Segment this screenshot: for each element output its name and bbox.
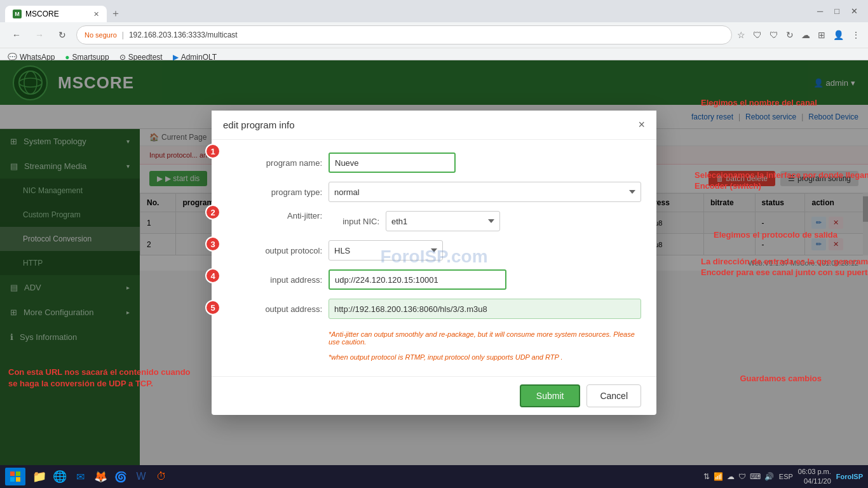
menu-icon[interactable]: ⋮ — [851, 30, 860, 40]
taskbar-app-icons: 📁 🌐 ✉ 🦊 🌀 W ⏱ — [31, 468, 170, 485]
input-nic-select[interactable]: eth1 eth0 — [386, 211, 500, 231]
guardamos-annotation: Guardamos cambios — [740, 374, 822, 383]
taskbar-firefox[interactable]: 🦊 — [92, 468, 109, 485]
taskbar: 📁 🌐 ✉ 🦊 🌀 W ⏱ ⇅ 📶 ☁ 🛡 ⌨ 🔊 ESP 06:03 p.m.… — [0, 465, 868, 488]
note-2: *when output protocol is RTMP, input pro… — [329, 351, 641, 363]
volume-icon: 🔊 — [764, 472, 774, 481]
modal-close-button[interactable]: × — [638, 118, 645, 132]
step1-annotation: Elegimos el nombre del canal — [701, 98, 868, 109]
step2-circle-container: 2 — [205, 205, 220, 220]
taskbar-right: ⇅ 📶 ☁ 🛡 ⌨ 🔊 ESP 06:03 p.m. 04/11/20 Foro… — [703, 467, 863, 487]
edit-program-modal: 1 Elegimos el nombre del canal 2 Selecci… — [212, 111, 656, 415]
bottom-annotation: Con esta URL nos sacará el contenido cua… — [8, 367, 199, 390]
anti-jitter-label: Anti-jitter: — [227, 211, 322, 220]
browser-action-icons: ☆ 🛡 🛡 ↻ ☁ ⊞ 👤 ⋮ — [737, 30, 860, 40]
output-address-row: output address: — [227, 299, 641, 319]
start-button[interactable] — [5, 468, 25, 485]
extension-icon3[interactable]: ↻ — [786, 30, 794, 40]
input-address-row: input address: — [227, 269, 641, 290]
submit-button[interactable]: Submit — [520, 384, 581, 407]
cloud-icon: ☁ — [727, 472, 735, 481]
language-indicator: ESP — [779, 473, 793, 480]
output-protocol-label: output protocol: — [227, 246, 322, 255]
output-address-label: output address: — [227, 304, 322, 314]
extension-icon2[interactable]: 🛡 — [770, 30, 778, 40]
date-display: 04/11/20 — [798, 477, 831, 486]
minimize-button[interactable]: ─ — [817, 6, 823, 16]
program-type-label: program type: — [227, 187, 322, 197]
security-warning: No seguro — [85, 31, 117, 39]
address-bar[interactable]: No seguro | 192.168.203.136:3333/multica… — [76, 25, 732, 44]
browser-titlebar: M MSCORE ✕ ＋ ─ □ ✕ — [0, 0, 868, 22]
svg-rect-3 — [10, 471, 15, 476]
step5-circle: 5 — [205, 300, 220, 315]
tab-favicon: M — [13, 10, 22, 18]
extension-icon4[interactable]: ☁ — [801, 30, 810, 40]
program-type-row: program type: normal H.264 AAC — [227, 182, 641, 202]
security-separator: | — [122, 30, 124, 39]
extension-icon5[interactable]: ⊞ — [818, 30, 825, 40]
tab-title: MSCORE — [25, 10, 59, 18]
program-name-input[interactable] — [329, 152, 456, 173]
maximize-button[interactable]: □ — [834, 6, 839, 16]
step1-circle: 1 — [205, 144, 220, 159]
taskbar-time: 06:03 p.m. 04/11/20 — [798, 467, 831, 487]
modal-footer: Submit Cancel — [212, 376, 656, 415]
output-protocol-select[interactable]: HLS RTMP UDP RTP — [329, 240, 443, 261]
modal-notes: *Anti-jitter can output smoothly and re-… — [227, 328, 641, 363]
note-1: *Anti-jitter can output smoothly and re-… — [329, 328, 641, 348]
input-address-label: input address: — [227, 275, 322, 285]
wifi-icon: 📶 — [714, 472, 723, 481]
anti-jitter-nic-row: Anti-jitter: input NIC: eth1 eth0 — [227, 211, 641, 231]
modal-title: edit program info — [223, 119, 295, 130]
taskbar-edge[interactable]: 🌐 — [51, 468, 69, 485]
new-tab-button[interactable]: ＋ — [107, 4, 125, 22]
taskbar-app7[interactable]: ⏱ — [153, 468, 170, 485]
modal-header: edit program info × — [212, 111, 656, 140]
step4-circle: 4 — [205, 268, 220, 283]
program-type-select[interactable]: normal H.264 AAC — [329, 182, 641, 202]
taskbar-sys-icons: ⇅ 📶 ☁ 🛡 ⌨ 🔊 — [703, 472, 774, 481]
network-icon: ⇅ — [703, 472, 710, 481]
modal-body: program name: program type: normal H.264… — [212, 140, 656, 376]
output-address-input[interactable] — [329, 299, 641, 319]
program-name-label: program name: — [227, 158, 322, 168]
back-button[interactable]: ← — [8, 26, 25, 44]
cancel-button[interactable]: Cancel — [587, 384, 641, 407]
step5-circle-container: 5 — [205, 300, 220, 315]
tab-close-button[interactable]: ✕ — [93, 10, 99, 18]
taskbar-app5[interactable]: 🌀 — [112, 468, 130, 485]
output-protocol-row: output protocol: HLS RTMP UDP RTP — [227, 240, 641, 261]
svg-rect-6 — [16, 477, 20, 482]
step3-annotation: Elegimos el protocolo de salida — [714, 230, 868, 241]
step4-annotation: La dirección de entrada es la que genera… — [701, 257, 868, 278]
step4-circle-container: 4 — [205, 268, 220, 283]
time-display: 06:03 p.m. — [798, 467, 831, 477]
keyboard-icon: ⌨ — [750, 472, 761, 481]
step3-circle-container: 3 — [205, 236, 220, 252]
profile-icon[interactable]: 👤 — [833, 30, 844, 40]
taskbar-word[interactable]: W — [132, 468, 150, 485]
input-nic-label: input NIC: — [322, 217, 379, 226]
svg-rect-4 — [16, 471, 20, 476]
step1-circle-container: 1 — [205, 144, 220, 159]
step2-circle: 2 — [205, 205, 220, 220]
forward-button[interactable]: → — [31, 26, 48, 44]
step2-annotation: Seleccionamos la interface por donde lle… — [695, 170, 868, 192]
modal-overlay: 1 Elegimos el nombre del canal 2 Selecci… — [0, 60, 868, 465]
star-icon[interactable]: ☆ — [737, 30, 745, 40]
input-address-input[interactable] — [329, 269, 506, 290]
reload-button[interactable]: ↻ — [53, 26, 71, 44]
extension-icon1[interactable]: 🛡 — [753, 30, 762, 40]
close-window-button[interactable]: ✕ — [851, 6, 858, 16]
program-name-row: program name: — [227, 152, 641, 173]
taskbar-file-explorer[interactable]: 📁 — [31, 468, 48, 485]
taskbar-mail[interactable]: ✉ — [71, 468, 89, 485]
step3-circle: 3 — [205, 236, 220, 252]
browser-tabs: M MSCORE ✕ ＋ — [5, 0, 125, 22]
active-tab[interactable]: M MSCORE ✕ — [5, 6, 107, 22]
input-nic-inner-row: input NIC: eth1 eth0 — [322, 211, 641, 231]
address-text: 192.168.203.136:3333/multicast — [129, 30, 238, 39]
forolsp-taskbar: ForoISP — [836, 473, 863, 480]
browser-nav: ← → ↻ No seguro | 192.168.203.136:3333/m… — [0, 22, 868, 48]
